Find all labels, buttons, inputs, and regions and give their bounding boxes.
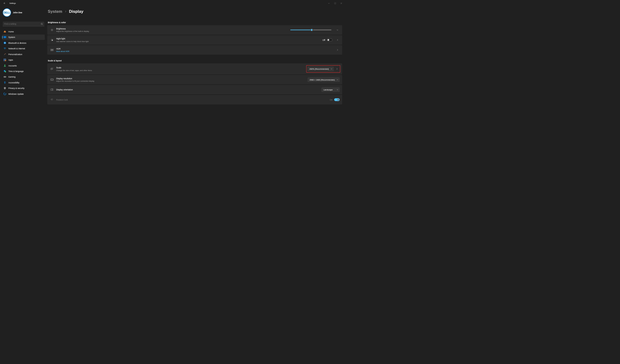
navigate-button[interactable] — [335, 48, 340, 52]
sidebar-item-system[interactable]: System — [2, 35, 45, 40]
svg-point-6 — [5, 49, 5, 49]
svg-point-16 — [6, 77, 6, 77]
resolution-dropdown[interactable]: 2560 × 1600 (Recommended) — [308, 77, 340, 82]
sidebar-item-label: System — [8, 36, 15, 38]
card-resolution[interactable]: Display resolution Adjust the resolution… — [47, 75, 342, 84]
search-box[interactable] — [3, 22, 44, 26]
card-title: Scale — [56, 66, 92, 69]
svg-rect-7 — [4, 59, 5, 60]
card-title: Rotation lock — [56, 99, 68, 101]
resolution-icon — [51, 79, 53, 81]
content: System Display Brightness & color Bright… — [46, 7, 346, 203]
chevron-down-icon — [337, 79, 338, 80]
rotation-lock-icon — [51, 98, 53, 101]
sidebar-item-personalization[interactable]: Personalization — [2, 51, 45, 57]
svg-point-15 — [5, 76, 6, 77]
sidebar-item-gaming[interactable]: Gaming — [2, 74, 45, 80]
svg-point-17 — [5, 81, 5, 82]
expand-button[interactable] — [335, 28, 340, 32]
sidebar-item-windows-update[interactable]: Windows Update — [2, 91, 45, 96]
navigate-button[interactable] — [335, 67, 339, 71]
wifi-icon — [4, 47, 6, 50]
svg-text:HDR: HDR — [51, 49, 53, 51]
night-light-toggle[interactable] — [327, 38, 332, 41]
card-title: Brightness — [56, 28, 89, 30]
svg-point-1 — [41, 23, 43, 25]
apps-icon — [4, 58, 6, 61]
sidebar-item-label: Accounts — [8, 64, 17, 66]
breadcrumb-current: Display — [69, 9, 83, 14]
chevron-right-icon — [336, 68, 338, 70]
svg-rect-0 — [334, 3, 336, 4]
card-subtitle: Adjust the brightness of the built-in di… — [56, 30, 89, 32]
user-name: John Doe — [13, 11, 22, 14]
avatar: DELL — [3, 8, 11, 17]
sidebar-item-label: Privacy & security — [8, 87, 25, 89]
dropdown-value: Landscape — [323, 89, 335, 91]
sidebar-item-label: Apps — [8, 59, 13, 61]
paintbrush-icon — [4, 53, 6, 56]
card-scale[interactable]: Scale Change the size of text, apps, and… — [47, 63, 342, 74]
brightness-slider[interactable] — [290, 30, 332, 30]
sidebar-item-bluetooth[interactable]: Bluetooth & devices — [2, 40, 45, 45]
search-input[interactable] — [4, 23, 41, 25]
chevron-down-icon — [331, 68, 332, 70]
section-title-scale: Scale & layout — [48, 59, 342, 62]
chevron-right-icon — [337, 39, 339, 41]
titlebar: Settings — [0, 0, 346, 7]
card-brightness[interactable]: Brightness Adjust the brightness of the … — [47, 25, 342, 35]
sidebar-item-label: Network & internet — [8, 47, 25, 50]
minimize-button[interactable] — [326, 1, 332, 5]
svg-rect-26 — [51, 79, 53, 80]
close-button[interactable] — [338, 1, 344, 5]
card-subtitle: Change the size of text, apps, and other… — [56, 69, 92, 71]
sidebar: DELL John Doe Home System Bluetooth & de… — [0, 7, 46, 203]
sidebar-item-apps[interactable]: Apps — [2, 57, 45, 63]
shield-icon — [4, 87, 6, 89]
maximize-button[interactable] — [332, 1, 338, 5]
svg-rect-2 — [5, 32, 5, 32]
app-title: Settings — [9, 2, 16, 4]
sidebar-item-privacy[interactable]: Privacy & security — [2, 86, 45, 91]
sidebar-item-accessibility[interactable]: Accessibility — [2, 80, 45, 85]
sidebar-item-label: Time & language — [8, 70, 24, 72]
window-controls — [326, 1, 344, 5]
card-orientation[interactable]: Display orientation Landscape — [47, 85, 342, 95]
nav: Home System Bluetooth & devices Network … — [2, 29, 45, 96]
home-icon — [4, 30, 6, 33]
section-title-brightness: Brightness & color — [48, 21, 342, 23]
update-icon — [4, 93, 6, 95]
hdr-link[interactable]: More about HDR — [56, 50, 69, 52]
user-block[interactable]: DELL John Doe — [2, 7, 45, 19]
scale-dropdown[interactable]: 200% (Recommended) — [307, 67, 334, 71]
chevron-right-icon — [337, 49, 339, 51]
toggle-label: On — [330, 99, 332, 101]
card-subtitle: Adjust the resolution to fit your connec… — [56, 80, 94, 82]
chevron-right-icon — [65, 11, 66, 13]
svg-rect-23 — [51, 68, 52, 70]
sidebar-item-time-language[interactable]: Time & language — [2, 68, 45, 74]
toggle-label: Off — [323, 39, 325, 41]
card-title: HDR — [56, 48, 69, 50]
bluetooth-icon — [4, 42, 6, 44]
sidebar-item-accounts[interactable]: Accounts — [2, 63, 45, 68]
sidebar-item-label: Windows Update — [8, 93, 24, 95]
sidebar-item-home[interactable]: Home — [2, 29, 45, 34]
dropdown-value: 200% (Recommended) — [309, 68, 329, 70]
scale-highlight: 200% (Recommended) — [306, 65, 341, 73]
card-hdr[interactable]: HDR HDR More about HDR — [47, 45, 342, 55]
sidebar-item-label: Bluetooth & devices — [8, 42, 26, 44]
sidebar-item-network[interactable]: Network & internet — [2, 46, 45, 51]
person-icon — [4, 64, 6, 67]
back-button[interactable] — [2, 0, 7, 6]
accessibility-icon — [4, 81, 6, 84]
arrow-left-icon — [3, 2, 5, 4]
navigate-button[interactable] — [335, 38, 340, 42]
breadcrumb-parent[interactable]: System — [48, 9, 62, 14]
svg-point-19 — [52, 29, 52, 30]
svg-rect-9 — [4, 60, 5, 61]
hdr-icon: HDR — [51, 49, 53, 51]
svg-point-11 — [4, 65, 5, 66]
card-night-light[interactable]: Night light Use warmer colors to help bl… — [47, 35, 342, 45]
orientation-dropdown[interactable]: Landscape — [321, 87, 340, 92]
